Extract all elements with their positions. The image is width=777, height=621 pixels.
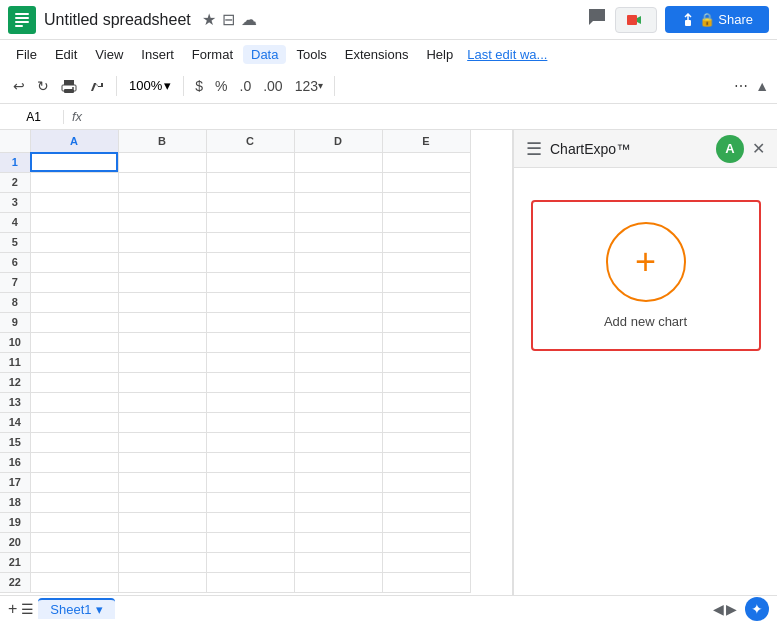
percent-button[interactable]: %: [210, 75, 232, 97]
more-options-button[interactable]: ⋯: [729, 75, 753, 97]
cell-D8[interactable]: [294, 292, 382, 312]
cell-B6[interactable]: [118, 252, 206, 272]
cell-D20[interactable]: [294, 532, 382, 552]
cell-D1[interactable]: [294, 152, 382, 172]
star-icon[interactable]: ★: [202, 10, 216, 29]
print-button[interactable]: [56, 75, 82, 97]
cell-E3[interactable]: [382, 192, 470, 212]
cell-B1[interactable]: [118, 152, 206, 172]
cell-D3[interactable]: [294, 192, 382, 212]
menu-tools[interactable]: Tools: [288, 45, 334, 64]
menu-data[interactable]: Data: [243, 45, 286, 64]
cell-B9[interactable]: [118, 312, 206, 332]
menu-edit[interactable]: Edit: [47, 45, 85, 64]
cell-A1[interactable]: [30, 152, 118, 172]
cell-D19[interactable]: [294, 512, 382, 532]
undo-button[interactable]: ↩: [8, 75, 30, 97]
cell-C21[interactable]: [206, 552, 294, 572]
cell-A4[interactable]: [30, 212, 118, 232]
cell-A2[interactable]: [30, 172, 118, 192]
panel-menu-icon[interactable]: ☰: [526, 138, 542, 160]
cell-B18[interactable]: [118, 492, 206, 512]
cell-A11[interactable]: [30, 352, 118, 372]
cell-C16[interactable]: [206, 452, 294, 472]
cell-A8[interactable]: [30, 292, 118, 312]
cell-C8[interactable]: [206, 292, 294, 312]
formula-input[interactable]: [90, 109, 773, 124]
cell-E14[interactable]: [382, 412, 470, 432]
cell-C1[interactable]: [206, 152, 294, 172]
cell-C5[interactable]: [206, 232, 294, 252]
cell-D14[interactable]: [294, 412, 382, 432]
cell-D17[interactable]: [294, 472, 382, 492]
cell-E22[interactable]: [382, 572, 470, 592]
cell-B2[interactable]: [118, 172, 206, 192]
col-header-c[interactable]: C: [206, 130, 294, 152]
sheet-menu-button[interactable]: ☰: [21, 601, 34, 617]
meet-button[interactable]: [615, 7, 657, 33]
cell-A14[interactable]: [30, 412, 118, 432]
cell-E12[interactable]: [382, 372, 470, 392]
cell-A5[interactable]: [30, 232, 118, 252]
cell-C9[interactable]: [206, 312, 294, 332]
comment-button[interactable]: [587, 7, 607, 32]
cell-D12[interactable]: [294, 372, 382, 392]
currency-button[interactable]: $: [190, 75, 208, 97]
menu-insert[interactable]: Insert: [133, 45, 182, 64]
decimal-minus-button[interactable]: .0: [235, 75, 257, 97]
col-header-b[interactable]: B: [118, 130, 206, 152]
cell-C3[interactable]: [206, 192, 294, 212]
cell-B17[interactable]: [118, 472, 206, 492]
cell-A15[interactable]: [30, 432, 118, 452]
decimal-plus-button[interactable]: .00: [258, 75, 287, 97]
cell-D16[interactable]: [294, 452, 382, 472]
cell-B14[interactable]: [118, 412, 206, 432]
cell-C18[interactable]: [206, 492, 294, 512]
toolbar-collapse-button[interactable]: ▲: [755, 78, 769, 94]
cell-E19[interactable]: [382, 512, 470, 532]
cell-B12[interactable]: [118, 372, 206, 392]
cell-A6[interactable]: [30, 252, 118, 272]
cell-D7[interactable]: [294, 272, 382, 292]
cell-A16[interactable]: [30, 452, 118, 472]
cell-A13[interactable]: [30, 392, 118, 412]
cell-D15[interactable]: [294, 432, 382, 452]
cell-C12[interactable]: [206, 372, 294, 392]
cell-B7[interactable]: [118, 272, 206, 292]
cell-B22[interactable]: [118, 572, 206, 592]
cell-E17[interactable]: [382, 472, 470, 492]
sheet-tab-sheet1[interactable]: Sheet1 ▾: [38, 598, 114, 619]
cell-E1[interactable]: [382, 152, 470, 172]
cell-B16[interactable]: [118, 452, 206, 472]
cell-E5[interactable]: [382, 232, 470, 252]
cell-E7[interactable]: [382, 272, 470, 292]
cell-E2[interactable]: [382, 172, 470, 192]
cell-C14[interactable]: [206, 412, 294, 432]
cell-D4[interactable]: [294, 212, 382, 232]
cell-B8[interactable]: [118, 292, 206, 312]
drive-icon[interactable]: ⊟: [222, 10, 235, 29]
cell-E15[interactable]: [382, 432, 470, 452]
cell-E9[interactable]: [382, 312, 470, 332]
cell-C22[interactable]: [206, 572, 294, 592]
cell-A17[interactable]: [30, 472, 118, 492]
cell-B4[interactable]: [118, 212, 206, 232]
cell-E11[interactable]: [382, 352, 470, 372]
cell-E6[interactable]: [382, 252, 470, 272]
cell-C7[interactable]: [206, 272, 294, 292]
nav-right-button[interactable]: ▶: [726, 601, 737, 617]
cell-D6[interactable]: [294, 252, 382, 272]
cell-B5[interactable]: [118, 232, 206, 252]
cell-C10[interactable]: [206, 332, 294, 352]
cell-D18[interactable]: [294, 492, 382, 512]
cell-C17[interactable]: [206, 472, 294, 492]
zoom-selector[interactable]: 100% ▾: [123, 76, 177, 95]
menu-view[interactable]: View: [87, 45, 131, 64]
sheet-container[interactable]: A B C D E 123456789101112131415161718192…: [0, 130, 512, 595]
cell-E8[interactable]: [382, 292, 470, 312]
cell-D13[interactable]: [294, 392, 382, 412]
menu-extensions[interactable]: Extensions: [337, 45, 417, 64]
menu-format[interactable]: Format: [184, 45, 241, 64]
cell-E13[interactable]: [382, 392, 470, 412]
cell-D21[interactable]: [294, 552, 382, 572]
